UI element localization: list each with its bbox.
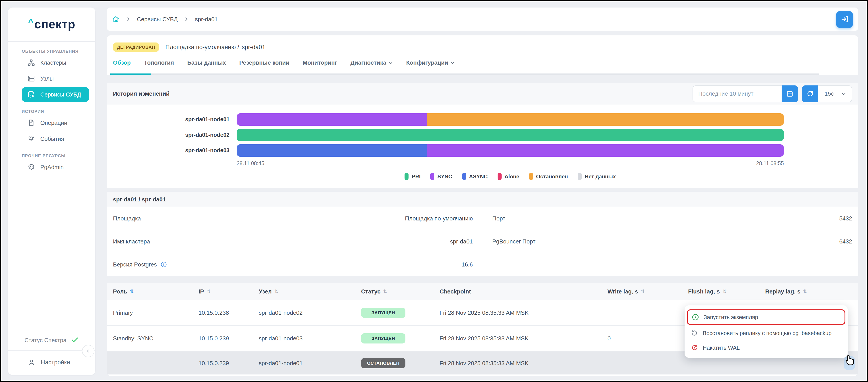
- home-icon[interactable]: [112, 15, 120, 23]
- column-header-checkpoint: Checkpoint: [439, 288, 608, 295]
- sort-icon[interactable]: ⇅: [383, 288, 387, 294]
- timeline-axis: 28.11 08:45 28.11 08:55: [237, 160, 784, 167]
- tab-topology[interactable]: Топология: [144, 59, 174, 70]
- legend-swatch: [462, 173, 466, 180]
- column-header-role[interactable]: Роль⇅: [113, 288, 198, 295]
- chevron-down-icon: [389, 61, 393, 65]
- sidebar-item-label: Кластеры: [40, 59, 66, 66]
- person-icon: [28, 358, 35, 366]
- check-icon: [71, 336, 79, 344]
- legend-item-async: ASYNC: [462, 173, 488, 180]
- time-controls: 15с: [692, 85, 852, 102]
- sidebar-item-pgadmin[interactable]: PgAdmin: [22, 160, 89, 174]
- info-value: 6432: [839, 238, 852, 245]
- cell-checkpoint: Fri 28 Nov 2025 08:35:33 AM MSK: [439, 360, 608, 366]
- sidebar-item-events[interactable]: События: [22, 132, 89, 146]
- column-label: Роль: [113, 288, 127, 295]
- cell-node: spr-da01-node02: [259, 309, 361, 316]
- db-services-icon: [28, 91, 35, 98]
- menu-item-apply-wal[interactable]: Накатить WAL: [685, 340, 848, 355]
- column-header-node[interactable]: Узел⇅: [259, 288, 361, 295]
- timeline-track-node02[interactable]: [237, 129, 784, 141]
- sidebar-collapse-button[interactable]: [82, 345, 94, 357]
- tab-overview[interactable]: Обзор: [113, 59, 131, 70]
- info-row-pgbouncer-port: PgBouncer Порт 6432: [492, 230, 852, 253]
- column-label: Replay lag, s: [765, 288, 800, 295]
- sidebar-item-operations[interactable]: Операции: [22, 115, 89, 130]
- legend-item-pri: PRI: [405, 173, 421, 180]
- info-icon[interactable]: [160, 261, 167, 268]
- info-value: 5432: [839, 215, 852, 222]
- tab-monitoring[interactable]: Мониторинг: [303, 59, 337, 70]
- tab-databases[interactable]: Базы данных: [187, 59, 226, 70]
- cell-ip: 10.15.0.239: [198, 335, 259, 342]
- menu-item-restore-replica[interactable]: Восстановить реплику с помощью pg_baseba…: [685, 326, 848, 340]
- sort-icon[interactable]: ⇅: [207, 288, 211, 294]
- column-header-ip[interactable]: IP⇅: [198, 288, 259, 295]
- sidebar-item-label: PgAdmin: [40, 164, 64, 170]
- cell-write-lag: 0: [608, 335, 688, 342]
- history-header: История изменений 15с: [107, 83, 858, 104]
- logo-caret-icon: ^: [28, 17, 34, 28]
- sidebar: ^ спектр ОБЪЕКТЫ УПРАВЛЕНИЯ Кластеры Узл…: [8, 7, 95, 375]
- nodes-icon: [28, 75, 35, 82]
- timeline-row-label: spr-da01-node03: [107, 147, 237, 153]
- tabs: Обзор Топология Базы данных Резервные ко…: [107, 59, 858, 75]
- tab-diagnostics[interactable]: Диагностика: [350, 59, 393, 70]
- app-logo[interactable]: ^ спектр: [8, 7, 95, 42]
- column-header-flush-lag[interactable]: Flush lag, s⇅: [688, 288, 765, 295]
- column-header-write-lag[interactable]: Write lag, s⇅: [608, 288, 688, 295]
- info-value: spr-da01: [450, 238, 473, 245]
- sort-icon[interactable]: ⇅: [722, 288, 726, 294]
- row-actions-kebab-button[interactable]: ⋮: [844, 356, 855, 370]
- sort-icon[interactable]: ⇅: [641, 288, 645, 294]
- sidebar-item-label: Узлы: [40, 75, 54, 82]
- refresh-interval-select[interactable]: 15с: [818, 85, 852, 102]
- tab-label: Мониторинг: [303, 59, 337, 66]
- calendar-button[interactable]: [782, 85, 798, 102]
- cell-node: spr-da01-node03: [259, 335, 361, 342]
- legend-item-alone: Alone: [497, 173, 519, 180]
- sort-icon[interactable]: ⇅: [130, 288, 134, 294]
- sidebar-item-clusters[interactable]: Кластеры: [22, 55, 89, 70]
- legend-swatch: [405, 173, 408, 180]
- column-header-status[interactable]: Статус⇅: [361, 288, 439, 295]
- timeline-track-node01[interactable]: [237, 113, 784, 126]
- column-label: Статус: [361, 288, 381, 295]
- tab-configurations[interactable]: Конфигурации: [406, 59, 455, 70]
- settings-button[interactable]: Настройки: [8, 351, 95, 375]
- chevron-left-icon: [86, 348, 91, 354]
- sidebar-item-db-services[interactable]: Сервисы СУБД: [22, 87, 89, 102]
- tab-active-indicator: [110, 73, 151, 75]
- logout-button[interactable]: [836, 11, 853, 28]
- info-row-empty: [492, 253, 852, 276]
- breadcrumb-level2: spr-da01: [195, 16, 218, 23]
- sort-icon[interactable]: ⇅: [803, 288, 807, 294]
- document-icon: [28, 119, 35, 127]
- spektr-status-label: Статус Спектра: [24, 337, 66, 343]
- time-range-input[interactable]: [692, 85, 782, 102]
- state-timeline-chart: spr-da01-node01 spr-da01-node02 spr-da01…: [107, 104, 858, 180]
- sort-icon[interactable]: ⇅: [274, 288, 278, 294]
- main-area: Сервисы СУБД spr-da01 ДЕГРАДИРОВАН Площа…: [107, 1, 858, 381]
- tab-backups[interactable]: Резервные копии: [239, 59, 289, 70]
- column-label: IP: [198, 288, 204, 295]
- timeline-segment: [237, 144, 427, 157]
- interval-value: 15с: [825, 90, 834, 97]
- section-gap: [107, 188, 858, 192]
- refresh-button[interactable]: [802, 85, 818, 102]
- timeline-legend: PRI SYNC ASYNC Alone Остановлен Нет данн…: [237, 173, 784, 180]
- breadcrumb-level1[interactable]: Сервисы СУБД: [137, 16, 178, 23]
- column-label: Flush lag, s: [688, 288, 720, 295]
- status-badge: ДЕГРАДИРОВАН: [113, 42, 159, 51]
- replay-wal-icon: [691, 344, 698, 351]
- timeline-row: spr-da01-node03: [107, 144, 858, 157]
- column-label: Checkpoint: [439, 288, 471, 295]
- menu-item-start-instance[interactable]: Запустить экземпляр: [688, 310, 844, 324]
- column-header-replay-lag[interactable]: Replay lag, s⇅: [765, 288, 832, 295]
- timeline-track-node03[interactable]: [237, 144, 784, 157]
- info-column-right: Порт 5432 PgBouncer Порт 6432: [492, 207, 852, 276]
- app-window: ^ спектр ОБЪЕКТЫ УПРАВЛЕНИЯ Кластеры Узл…: [0, 0, 868, 382]
- service-overview-card: ДЕГРАДИРОВАН Площадка по-умолчанию /spr-…: [107, 35, 858, 376]
- sidebar-item-nodes[interactable]: Узлы: [22, 71, 89, 86]
